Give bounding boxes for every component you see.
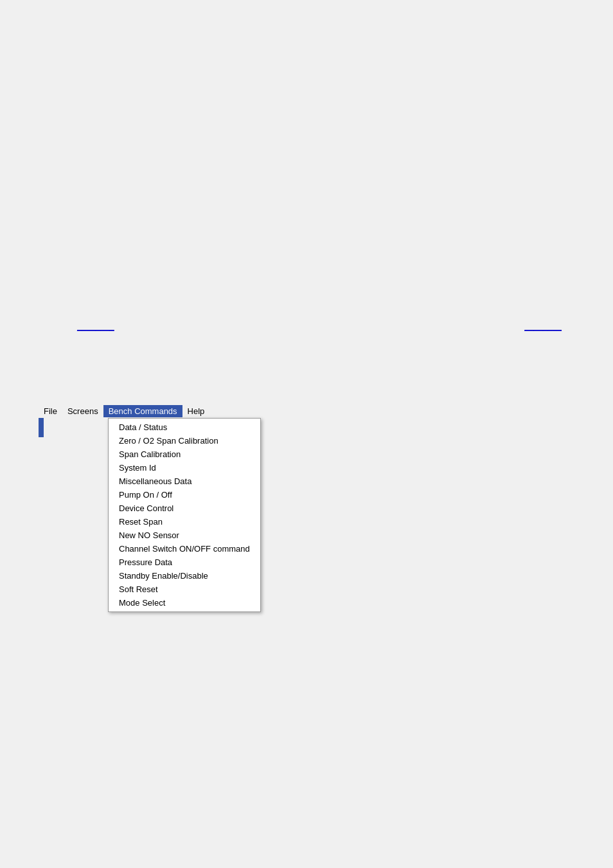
link-right[interactable]: ________ — [524, 321, 562, 331]
menu-item-span-calibration[interactable]: Span Calibration — [109, 448, 260, 461]
menu-item-device-control[interactable]: Device Control — [109, 502, 260, 515]
menu-bench-commands[interactable]: Bench Commands — [103, 405, 182, 417]
menu-item-standby-enable[interactable]: Standby Enable/Disable — [109, 569, 260, 583]
menu-item-new-no-sensor[interactable]: New NO Sensor — [109, 529, 260, 542]
bench-commands-dropdown: Data / Status Zero / O2 Span Calibration… — [108, 418, 261, 612]
menu-screens[interactable]: Screens — [62, 405, 103, 417]
menu-item-data-status[interactable]: Data / Status — [109, 420, 260, 434]
sidebar-indicator — [39, 418, 44, 437]
menu-item-reset-span[interactable]: Reset Span — [109, 515, 260, 529]
menu-item-zero-o2-span[interactable]: Zero / O2 Span Calibration — [109, 434, 260, 448]
menu-item-system-id[interactable]: System Id — [109, 461, 260, 475]
menu-item-mode-select[interactable]: Mode Select — [109, 596, 260, 610]
menu-item-pressure-data[interactable]: Pressure Data — [109, 556, 260, 569]
dropdown-menu: Data / Status Zero / O2 Span Calibration… — [108, 418, 261, 612]
menu-help[interactable]: Help — [182, 405, 210, 417]
menubar: File Screens Bench Commands Help — [39, 404, 209, 418]
menu-item-soft-reset[interactable]: Soft Reset — [109, 583, 260, 596]
menu-item-miscellaneous-data[interactable]: Miscellaneous Data — [109, 475, 260, 488]
link-left[interactable]: ________ — [77, 321, 114, 331]
menu-file[interactable]: File — [39, 405, 62, 417]
menu-item-pump-on-off[interactable]: Pump On / Off — [109, 488, 260, 502]
menu-item-channel-switch[interactable]: Channel Switch ON/OFF command — [109, 542, 260, 556]
